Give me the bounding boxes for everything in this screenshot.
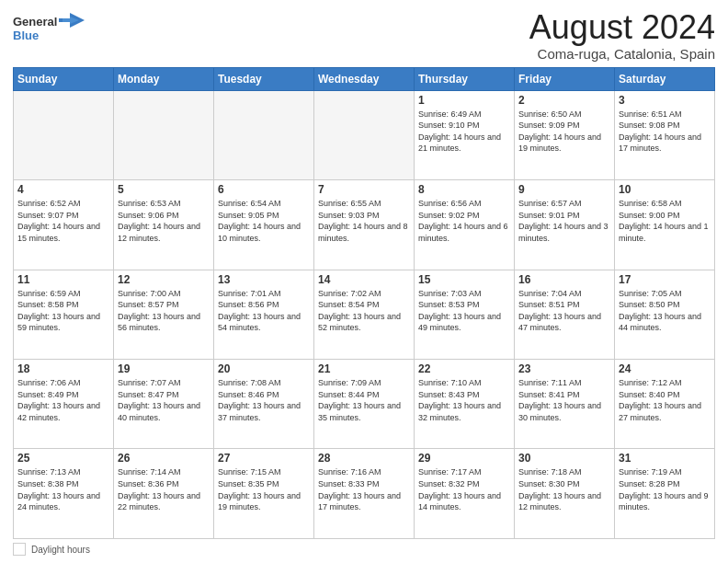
header: General Blue August 2024 Coma-ruga, Cata…	[13, 9, 715, 62]
day-cell: 20Sunrise: 7:08 AM Sunset: 8:46 PM Dayli…	[214, 360, 314, 449]
day-number: 30	[518, 452, 610, 465]
day-info: Sunrise: 7:07 AM Sunset: 8:47 PM Dayligh…	[118, 377, 210, 423]
day-number: 13	[218, 273, 310, 286]
day-info: Sunrise: 7:18 AM Sunset: 8:30 PM Dayligh…	[518, 466, 610, 512]
day-number: 4	[17, 183, 109, 196]
day-info: Sunrise: 6:57 AM Sunset: 9:01 PM Dayligh…	[518, 198, 610, 244]
day-cell: 12Sunrise: 7:00 AM Sunset: 8:57 PM Dayli…	[114, 270, 214, 359]
day-cell: 7Sunrise: 6:55 AM Sunset: 9:03 PM Daylig…	[314, 180, 415, 270]
day-cell: 5Sunrise: 6:53 AM Sunset: 9:06 PM Daylig…	[114, 180, 214, 270]
day-number: 24	[619, 362, 711, 375]
day-cell: 22Sunrise: 7:10 AM Sunset: 8:43 PM Dayli…	[415, 360, 515, 449]
day-cell: 17Sunrise: 7:05 AM Sunset: 8:50 PM Dayli…	[615, 270, 715, 359]
day-number: 25	[17, 452, 109, 465]
day-info: Sunrise: 7:11 AM Sunset: 8:41 PM Dayligh…	[518, 377, 610, 423]
day-number: 21	[318, 362, 410, 375]
day-cell: 25Sunrise: 7:13 AM Sunset: 8:38 PM Dayli…	[14, 449, 114, 539]
day-info: Sunrise: 7:10 AM Sunset: 8:43 PM Dayligh…	[418, 377, 510, 423]
day-cell: 11Sunrise: 6:59 AM Sunset: 8:58 PM Dayli…	[14, 270, 114, 359]
day-info: Sunrise: 6:59 AM Sunset: 8:58 PM Dayligh…	[17, 288, 109, 334]
day-info: Sunrise: 7:04 AM Sunset: 8:51 PM Dayligh…	[518, 288, 610, 334]
day-info: Sunrise: 7:00 AM Sunset: 8:57 PM Dayligh…	[118, 288, 210, 334]
day-number: 15	[418, 273, 510, 286]
day-cell: 4Sunrise: 6:52 AM Sunset: 9:07 PM Daylig…	[14, 180, 114, 270]
logo: General Blue	[13, 9, 86, 50]
weekday-header-row: SundayMondayTuesdayWednesdayThursdayFrid…	[14, 67, 715, 90]
day-info: Sunrise: 7:05 AM Sunset: 8:50 PM Dayligh…	[619, 288, 711, 334]
day-info: Sunrise: 6:51 AM Sunset: 9:08 PM Dayligh…	[619, 109, 711, 155]
day-number: 10	[619, 183, 711, 196]
svg-text:Blue: Blue	[13, 29, 39, 42]
day-number: 17	[619, 273, 711, 286]
page: General Blue August 2024 Coma-ruga, Cata…	[0, 0, 728, 563]
day-cell: 16Sunrise: 7:04 AM Sunset: 8:51 PM Dayli…	[515, 270, 615, 359]
weekday-header-tuesday: Tuesday	[214, 67, 314, 90]
day-cell: 21Sunrise: 7:09 AM Sunset: 8:44 PM Dayli…	[314, 360, 415, 449]
svg-text:General: General	[13, 15, 57, 29]
day-info: Sunrise: 7:13 AM Sunset: 8:38 PM Dayligh…	[17, 466, 109, 512]
day-cell: 27Sunrise: 7:15 AM Sunset: 8:35 PM Dayli…	[214, 449, 314, 539]
day-number: 9	[518, 183, 610, 196]
day-number: 11	[17, 273, 109, 286]
day-number: 8	[418, 183, 510, 196]
day-info: Sunrise: 6:54 AM Sunset: 9:05 PM Dayligh…	[218, 198, 310, 244]
weekday-header-wednesday: Wednesday	[314, 67, 415, 90]
day-info: Sunrise: 7:06 AM Sunset: 8:49 PM Dayligh…	[17, 377, 109, 423]
day-info: Sunrise: 6:50 AM Sunset: 9:09 PM Dayligh…	[518, 109, 610, 155]
day-number: 1	[418, 94, 510, 107]
location: Coma-ruga, Catalonia, Spain	[529, 46, 715, 62]
day-cell: 23Sunrise: 7:11 AM Sunset: 8:41 PM Dayli…	[515, 360, 615, 449]
day-info: Sunrise: 7:01 AM Sunset: 8:56 PM Dayligh…	[218, 288, 310, 334]
day-cell: 1Sunrise: 6:49 AM Sunset: 9:10 PM Daylig…	[415, 90, 515, 179]
day-number: 14	[318, 273, 410, 286]
day-cell	[214, 90, 314, 179]
day-number: 20	[218, 362, 310, 375]
day-number: 22	[418, 362, 510, 375]
day-cell	[114, 90, 214, 179]
day-cell: 2Sunrise: 6:50 AM Sunset: 9:09 PM Daylig…	[515, 90, 615, 179]
day-info: Sunrise: 7:16 AM Sunset: 8:33 PM Dayligh…	[318, 466, 410, 512]
week-row-1: 1Sunrise: 6:49 AM Sunset: 9:10 PM Daylig…	[14, 90, 715, 179]
day-info: Sunrise: 7:19 AM Sunset: 8:28 PM Dayligh…	[619, 466, 711, 512]
day-number: 6	[218, 183, 310, 196]
day-number: 16	[518, 273, 610, 286]
day-cell: 10Sunrise: 6:58 AM Sunset: 9:00 PM Dayli…	[615, 180, 715, 270]
day-cell: 31Sunrise: 7:19 AM Sunset: 8:28 PM Dayli…	[615, 449, 715, 539]
day-cell: 30Sunrise: 7:18 AM Sunset: 8:30 PM Dayli…	[515, 449, 615, 539]
day-info: Sunrise: 6:58 AM Sunset: 9:00 PM Dayligh…	[619, 198, 711, 244]
day-number: 27	[218, 452, 310, 465]
day-number: 19	[118, 362, 210, 375]
day-number: 23	[518, 362, 610, 375]
day-number: 3	[619, 94, 711, 107]
day-number: 26	[118, 452, 210, 465]
day-cell: 18Sunrise: 7:06 AM Sunset: 8:49 PM Dayli…	[14, 360, 114, 449]
day-cell: 3Sunrise: 6:51 AM Sunset: 9:08 PM Daylig…	[615, 90, 715, 179]
day-info: Sunrise: 6:53 AM Sunset: 9:06 PM Dayligh…	[118, 198, 210, 244]
day-info: Sunrise: 6:52 AM Sunset: 9:07 PM Dayligh…	[17, 198, 109, 244]
day-cell: 29Sunrise: 7:17 AM Sunset: 8:32 PM Dayli…	[415, 449, 515, 539]
day-info: Sunrise: 7:15 AM Sunset: 8:35 PM Dayligh…	[218, 466, 310, 512]
day-cell	[14, 90, 114, 179]
day-info: Sunrise: 7:02 AM Sunset: 8:54 PM Dayligh…	[318, 288, 410, 334]
day-cell: 8Sunrise: 6:56 AM Sunset: 9:02 PM Daylig…	[415, 180, 515, 270]
week-row-4: 18Sunrise: 7:06 AM Sunset: 8:49 PM Dayli…	[14, 360, 715, 449]
week-row-3: 11Sunrise: 6:59 AM Sunset: 8:58 PM Dayli…	[14, 270, 715, 359]
weekday-header-monday: Monday	[114, 67, 214, 90]
day-info: Sunrise: 6:56 AM Sunset: 9:02 PM Dayligh…	[418, 198, 510, 244]
day-cell: 13Sunrise: 7:01 AM Sunset: 8:56 PM Dayli…	[214, 270, 314, 359]
day-number: 7	[318, 183, 410, 196]
day-number: 5	[118, 183, 210, 196]
day-info: Sunrise: 7:17 AM Sunset: 8:32 PM Dayligh…	[418, 466, 510, 512]
day-info: Sunrise: 7:09 AM Sunset: 8:44 PM Dayligh…	[318, 377, 410, 423]
day-number: 18	[17, 362, 109, 375]
day-info: Sunrise: 6:49 AM Sunset: 9:10 PM Dayligh…	[418, 109, 510, 155]
day-cell: 26Sunrise: 7:14 AM Sunset: 8:36 PM Dayli…	[114, 449, 214, 539]
daylight-box	[13, 543, 26, 556]
weekday-header-sunday: Sunday	[14, 67, 114, 90]
day-number: 2	[518, 94, 610, 107]
weekday-header-friday: Friday	[515, 67, 615, 90]
day-cell: 14Sunrise: 7:02 AM Sunset: 8:54 PM Dayli…	[314, 270, 415, 359]
calendar-table: SundayMondayTuesdayWednesdayThursdayFrid…	[13, 67, 715, 539]
day-cell: 24Sunrise: 7:12 AM Sunset: 8:40 PM Dayli…	[615, 360, 715, 449]
title-area: August 2024 Coma-ruga, Catalonia, Spain	[529, 9, 715, 62]
